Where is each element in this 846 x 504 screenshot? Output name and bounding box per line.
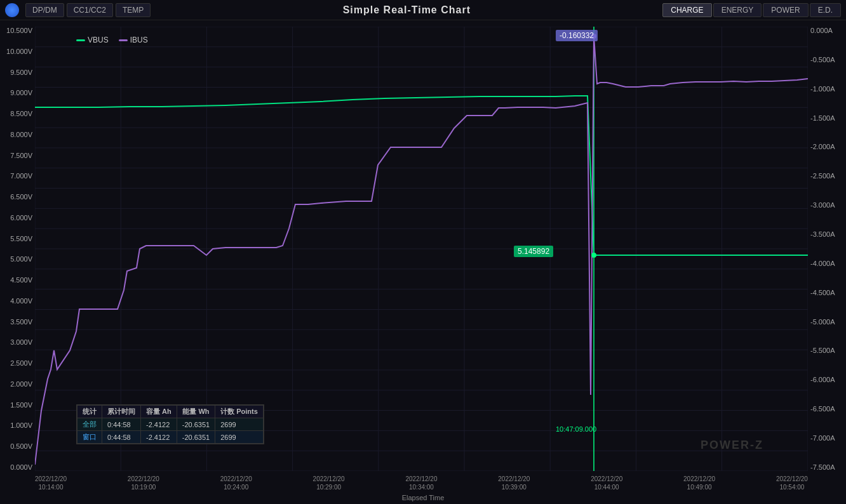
y-left-1: 10.000V	[6, 48, 32, 55]
tab-temp[interactable]: TEMP	[116, 3, 151, 17]
x-label-1: 2022/12/2010:19:00	[128, 475, 159, 491]
y-left-3: 9.000V	[10, 89, 32, 96]
chart-title: Simple Real-Time Chart	[153, 4, 660, 16]
app-logo	[5, 3, 19, 17]
vbus-marker-dot	[591, 253, 596, 258]
y-left-4: 8.500V	[10, 110, 32, 117]
x-label-8: 2022/12/2010:54:00	[776, 475, 808, 491]
x-label-6: 2022/12/2010:44:00	[591, 475, 622, 491]
vbus-line	[35, 96, 808, 255]
stats-table: 统计 累计时间 容量 Ah 能量 Wh 计数 Points 全部 0:44:58…	[76, 404, 264, 444]
ibus-tooltip-value: -0.160332	[560, 31, 594, 40]
vbus-tooltip: 5.145892	[514, 246, 553, 257]
y-right-11: -5.500A	[810, 347, 835, 354]
chart-legend: VBUS IBUS	[76, 36, 148, 44]
time-marker-label: 10:47:09.000	[556, 425, 596, 433]
x-label-4: 2022/12/2010:34:00	[405, 475, 437, 491]
x-axis: 2022/12/2010:14:00 2022/12/2010:19:00 20…	[35, 475, 808, 491]
y-left-16: 2.500V	[10, 359, 32, 367]
y-left-10: 5.500V	[10, 235, 32, 242]
stats-header-4: 计数 Points	[215, 406, 264, 418]
tab-cc1cc2[interactable]: CC1/CC2	[67, 3, 113, 17]
vbus-legend-color	[76, 39, 85, 41]
y-left-5: 8.000V	[10, 131, 32, 138]
stats-header-3: 能量 Wh	[177, 406, 215, 418]
x-label-7: 2022/12/2010:49:00	[683, 475, 715, 491]
y-left-14: 3.500V	[10, 318, 32, 326]
y-right-13: -6.500A	[810, 405, 835, 413]
vbus-legend-label: VBUS	[88, 36, 109, 44]
y-right-5: -2.500A	[810, 172, 835, 180]
vbus-tooltip-value: 5.145892	[518, 247, 549, 256]
stats-port-capacity: -2.4122	[141, 431, 177, 444]
y-right-4: -2.000A	[810, 143, 835, 150]
stats-port-label: 窗口	[77, 431, 102, 444]
y-axis-left: 10.500V 10.000V 9.500V 9.000V 8.500V 8.0…	[0, 27, 35, 471]
stats-port-time: 0:44:58	[102, 431, 141, 444]
y-left-19: 1.000V	[10, 421, 32, 429]
stats-header-2: 容量 Ah	[141, 406, 177, 418]
ibus-legend-label: IBUS	[130, 36, 148, 44]
stats-port-points: 2699	[215, 431, 264, 444]
ibus-legend: IBUS	[119, 36, 148, 44]
topbar: DP/DM CC1/CC2 TEMP Simple Real-Time Char…	[0, 0, 846, 20]
stats-port-energy: -20.6351	[177, 431, 215, 444]
y-right-8: -4.000A	[810, 260, 835, 267]
y-axis-right: 0.000A -0.500A -1.000A -1.500A -2.000A -…	[808, 27, 846, 471]
tab-ed[interactable]: E.D.	[810, 3, 841, 17]
stats-header-0: 统计	[77, 406, 102, 418]
y-left-11: 5.000V	[10, 255, 32, 263]
stats-row-all: 全部 0:44:58 -2.4122 -20.6351 2699	[77, 418, 264, 431]
ibus-legend-color	[119, 39, 128, 41]
y-left-0: 10.500V	[6, 27, 32, 34]
stats-all-points: 2699	[215, 418, 264, 431]
y-right-1: -0.500A	[810, 56, 835, 63]
y-left-7: 7.000V	[10, 172, 32, 180]
stats-all-time: 0:44:58	[102, 418, 141, 431]
y-left-9: 6.000V	[10, 214, 32, 222]
ibus-line	[35, 36, 808, 465]
y-right-7: -3.500A	[810, 230, 835, 238]
y-left-2: 9.500V	[10, 69, 32, 76]
stats-header-1: 累计时间	[102, 406, 141, 418]
y-left-18: 1.500V	[10, 401, 32, 409]
x-label-3: 2022/12/2010:29:00	[313, 475, 345, 491]
y-right-10: -5.000A	[810, 318, 835, 326]
y-left-13: 4.000V	[10, 297, 32, 305]
y-right-15: -7.500A	[810, 463, 835, 471]
stats-row-port: 窗口 0:44:58 -2.4122 -20.6351 2699	[77, 431, 264, 444]
y-left-12: 4.500V	[10, 276, 32, 284]
stats-all-capacity: -2.4122	[141, 418, 177, 431]
y-right-2: -1.000A	[810, 85, 835, 93]
ibus-tooltip: -0.160332	[556, 30, 598, 41]
tab-dpdm[interactable]: DP/DM	[25, 3, 64, 17]
y-right-12: -6.000A	[810, 376, 835, 383]
y-left-8: 6.500V	[10, 193, 32, 201]
x-label-0: 2022/12/2010:14:00	[35, 475, 67, 491]
chart-area: VBUS IBUS -0.160332 5.145892 10:47:09.00…	[35, 27, 808, 471]
y-right-6: -3.000A	[810, 201, 835, 209]
tab-energy[interactable]: ENERGY	[713, 3, 762, 17]
y-left-17: 2.000V	[10, 380, 32, 388]
y-right-9: -4.500A	[810, 289, 835, 296]
elapsed-time-label: Elapsed Time	[402, 494, 445, 501]
stats-all-label: 全部	[77, 418, 102, 431]
tab-charge[interactable]: CHARGE	[662, 3, 711, 17]
y-left-15: 3.000V	[10, 338, 32, 346]
watermark: POWER-Z	[701, 439, 763, 452]
vbus-legend: VBUS	[76, 36, 109, 44]
tab-power[interactable]: POWER	[763, 3, 808, 17]
x-label-5: 2022/12/2010:39:00	[498, 475, 530, 491]
right-tabs: CHARGE ENERGY POWER E.D.	[662, 3, 841, 17]
x-label-2: 2022/12/2010:24:00	[220, 475, 252, 491]
y-right-3: -1.500A	[810, 114, 835, 122]
y-left-20: 0.500V	[10, 442, 32, 450]
chart-container: 10.500V 10.000V 9.500V 9.000V 8.500V 8.0…	[0, 20, 846, 504]
y-left-21: 0.000V	[10, 463, 32, 471]
stats-all-energy: -20.6351	[177, 418, 215, 431]
y-right-14: -7.000A	[810, 434, 835, 442]
y-right-0: 0.000A	[810, 27, 833, 34]
y-left-6: 7.500V	[10, 152, 32, 159]
